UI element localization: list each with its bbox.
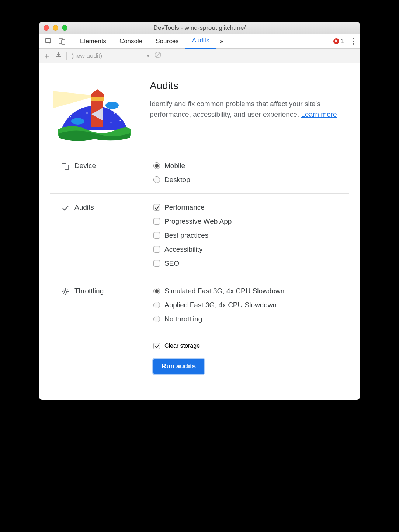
more-tabs-button[interactable]: » bbox=[216, 34, 227, 49]
devtools-window: DevTools - wind-sprout.glitch.me/ Elemen… bbox=[39, 22, 360, 400]
radio-icon bbox=[153, 302, 160, 308]
radio-icon bbox=[153, 316, 160, 322]
device-option-mobile[interactable]: Mobile bbox=[153, 162, 349, 170]
svg-point-15 bbox=[85, 100, 86, 101]
svg-point-14 bbox=[111, 122, 112, 123]
run-audits-button[interactable]: Run audits bbox=[153, 359, 204, 374]
svg-point-24 bbox=[105, 102, 119, 109]
svg-rect-2 bbox=[62, 40, 65, 44]
radio-icon bbox=[153, 288, 160, 294]
audit-option-accessibility[interactable]: Accessibility bbox=[153, 245, 349, 253]
svg-rect-18 bbox=[91, 94, 104, 97]
audit-select[interactable]: (new audit) ▾ bbox=[71, 52, 150, 60]
titlebar: DevTools - wind-sprout.glitch.me/ bbox=[39, 22, 360, 34]
tab-elements[interactable]: Elements bbox=[73, 34, 113, 49]
checkbox-icon bbox=[153, 343, 160, 349]
tab-audits[interactable]: Audits bbox=[185, 34, 216, 49]
section-footer: Clear storage Run audits bbox=[50, 333, 349, 378]
svg-point-28 bbox=[64, 291, 66, 293]
audit-select-label: (new audit) bbox=[71, 52, 102, 60]
radio-icon bbox=[153, 162, 160, 169]
page-description: Identify and fix common problems that af… bbox=[150, 99, 349, 120]
device-toggle-icon[interactable] bbox=[58, 37, 66, 46]
tab-console[interactable]: Console bbox=[113, 34, 149, 49]
learn-more-link[interactable]: Learn more bbox=[301, 111, 337, 118]
svg-point-11 bbox=[119, 120, 121, 121]
device-icon bbox=[61, 162, 69, 171]
checkbox-icon bbox=[153, 218, 160, 225]
checkbox-icon bbox=[153, 232, 160, 239]
checkbox-icon bbox=[153, 204, 160, 211]
settings-menu-icon[interactable] bbox=[350, 38, 357, 45]
error-icon: ✕ bbox=[333, 38, 339, 44]
svg-point-9 bbox=[114, 112, 115, 114]
inspect-element-icon[interactable] bbox=[44, 37, 53, 46]
svg-point-7 bbox=[86, 112, 88, 114]
throttling-option-none[interactable]: No throttling bbox=[153, 315, 349, 323]
error-count: 1 bbox=[341, 38, 344, 45]
svg-point-5 bbox=[72, 109, 73, 110]
panel-tabs: Elements Console Sources Audits » bbox=[73, 34, 227, 49]
svg-point-13 bbox=[70, 116, 71, 118]
audit-option-pwa[interactable]: Progressive Web App bbox=[153, 217, 349, 225]
clear-icon[interactable] bbox=[154, 51, 162, 60]
audit-option-performance[interactable]: Performance bbox=[153, 203, 349, 211]
audit-option-seo[interactable]: SEO bbox=[153, 259, 349, 267]
audits-panel: Audits Identify and fix common problems … bbox=[39, 63, 360, 400]
audit-option-best-practices[interactable]: Best practices bbox=[153, 231, 349, 239]
devtools-tabbar: Elements Console Sources Audits » ✕ 1 bbox=[39, 34, 360, 49]
lighthouse-illustration bbox=[50, 78, 139, 141]
window-title: DevTools - wind-sprout.glitch.me/ bbox=[39, 24, 360, 32]
download-icon[interactable] bbox=[55, 52, 62, 60]
radio-icon bbox=[153, 176, 160, 183]
throttling-option-simulated[interactable]: Simulated Fast 3G, 4x CPU Slowdown bbox=[153, 287, 349, 295]
section-audits: Audits Performance Progressive Web App B… bbox=[50, 193, 349, 277]
gear-icon bbox=[61, 288, 69, 296]
svg-rect-27 bbox=[65, 165, 69, 170]
device-label: Device bbox=[74, 162, 96, 170]
svg-rect-17 bbox=[91, 96, 104, 101]
chevron-down-icon: ▾ bbox=[146, 52, 150, 60]
audits-label: Audits bbox=[74, 203, 94, 211]
section-device: Device Mobile Desktop bbox=[50, 152, 349, 193]
throttling-option-applied[interactable]: Applied Fast 3G, 4x CPU Slowdown bbox=[153, 301, 349, 309]
svg-point-25 bbox=[71, 118, 84, 125]
svg-marker-19 bbox=[91, 89, 104, 94]
svg-marker-16 bbox=[53, 91, 97, 108]
svg-point-6 bbox=[79, 104, 80, 105]
throttling-label: Throttling bbox=[74, 287, 104, 295]
clear-storage-option[interactable]: Clear storage bbox=[153, 343, 200, 349]
checkbox-icon bbox=[153, 246, 160, 253]
section-throttling: Throttling Simulated Fast 3G, 4x CPU Slo… bbox=[50, 277, 349, 333]
error-counter[interactable]: ✕ 1 bbox=[333, 38, 344, 45]
check-icon bbox=[61, 204, 69, 212]
device-option-desktop[interactable]: Desktop bbox=[153, 176, 349, 184]
page-title: Audits bbox=[150, 78, 349, 94]
checkbox-icon bbox=[153, 260, 160, 267]
audits-toolbar: ＋ (new audit) ▾ bbox=[39, 49, 360, 63]
tab-sources[interactable]: Sources bbox=[149, 34, 185, 49]
svg-line-4 bbox=[156, 53, 160, 57]
new-audit-icon[interactable]: ＋ bbox=[43, 50, 51, 62]
